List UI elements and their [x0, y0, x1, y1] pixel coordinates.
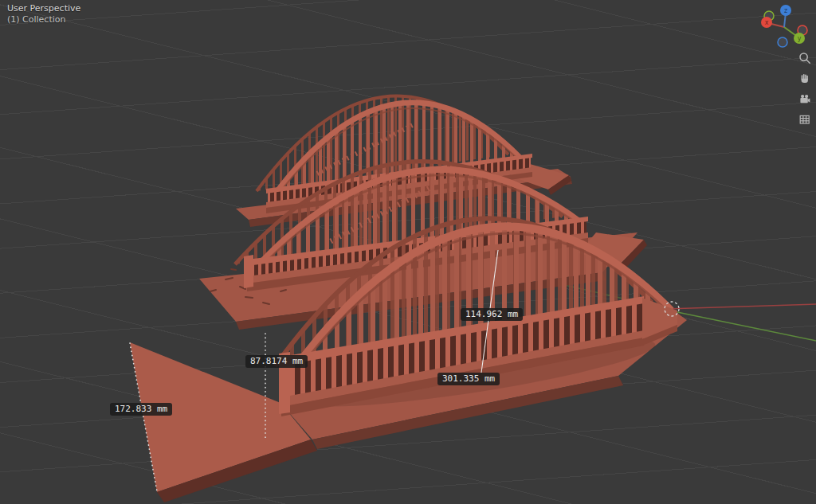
viewport-header: User Perspective (1) Collection: [7, 3, 80, 25]
zoom-icon[interactable]: [798, 51, 812, 65]
navigation-gizmo[interactable]: x y z: [754, 2, 814, 51]
measurement-label-span: 301.335 mm: [437, 373, 500, 385]
measurement-label-width: 87.8174 mm: [245, 355, 308, 368]
gizmo-z-label: z: [784, 7, 787, 14]
viewport-toolbar: [798, 51, 812, 127]
view-perspective-label: User Perspective: [7, 3, 80, 14]
camera-view-icon[interactable]: [798, 92, 812, 107]
measurement-label-ramp: 172.833 mm: [110, 403, 172, 416]
gizmo-axis-z-negative[interactable]: [778, 37, 787, 47]
orthographic-grid-icon[interactable]: [798, 113, 812, 127]
collection-label: (1) Collection: [7, 14, 80, 25]
scene-canvas[interactable]: [0, 0, 816, 504]
3d-viewport[interactable]: User Perspective (1) Collection 114.962 …: [0, 0, 816, 504]
gizmo-y-label: y: [798, 35, 802, 42]
measurement-label-height: 114.962 mm: [461, 308, 523, 321]
gizmo-x-label: x: [765, 19, 769, 26]
move-hand-icon[interactable]: [798, 72, 812, 86]
